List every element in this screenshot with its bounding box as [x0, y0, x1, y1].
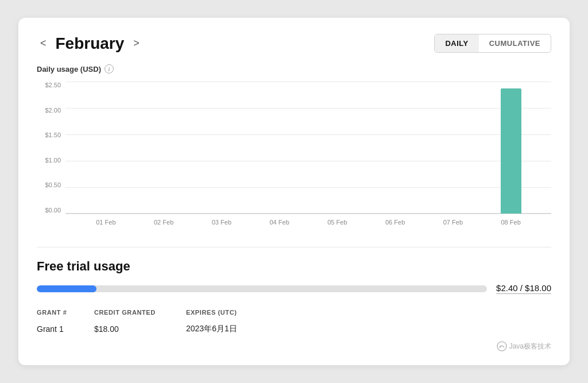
daily-toggle-button[interactable]: DAILY: [435, 34, 478, 52]
header: < February > DAILY CUMULATIVE: [37, 34, 551, 53]
divider: [37, 247, 551, 247]
y-axis-label: $1.50: [45, 131, 61, 138]
cumulative-toggle-button[interactable]: CUMULATIVE: [479, 34, 551, 52]
y-axis-label: $2.00: [45, 107, 61, 114]
bar-group: [482, 82, 540, 214]
x-label-group: 07 Feb: [424, 214, 482, 231]
x-axis-label: 03 Feb: [212, 219, 231, 226]
chart-section: Daily usage (USD) i $2.50$2.00$1.50$1.00…: [37, 64, 551, 231]
x-label-group: 03 Feb: [193, 214, 251, 231]
main-card: < February > DAILY CUMULATIVE Daily usag…: [18, 18, 570, 365]
svg-point-0: [497, 342, 506, 351]
x-axis-label: 01 Feb: [96, 219, 115, 226]
header-left: < February >: [37, 34, 143, 53]
info-icon[interactable]: i: [105, 64, 114, 73]
table-cell: $18.00: [94, 320, 186, 338]
y-axis-label: $0.50: [45, 181, 61, 188]
watermark: Java极客技术: [497, 341, 551, 351]
x-label-group: 06 Feb: [366, 214, 424, 231]
progress-label: $2.40 / $18.00: [496, 283, 551, 294]
x-axis-label: 04 Feb: [270, 219, 289, 226]
prev-month-button[interactable]: <: [37, 35, 50, 52]
x-axis-label: 02 Feb: [154, 219, 173, 226]
svg-point-1: [499, 346, 501, 348]
x-axis-label: 08 Feb: [501, 219, 521, 226]
x-label-group: 01 Feb: [77, 214, 135, 231]
y-axis-label: $1.00: [45, 157, 61, 164]
col-expires: EXPIRES (UTC): [186, 305, 551, 320]
table-row: Grant 1$18.002023年6月1日: [37, 320, 551, 338]
usage-table: GRANT # CREDIT GRANTED EXPIRES (UTC) Gra…: [37, 305, 551, 338]
bars-container: [65, 82, 551, 214]
free-trial-section: Free trial usage $2.40 / $18.00 GRANT # …: [37, 259, 551, 338]
x-label-group: 05 Feb: [308, 214, 366, 231]
next-month-button[interactable]: >: [130, 35, 143, 52]
bar-group: [250, 82, 308, 214]
bar-group: [366, 82, 424, 214]
chart-bar: [501, 88, 521, 214]
progress-bar-background: [37, 285, 487, 292]
bar-group: [193, 82, 251, 214]
free-trial-title: Free trial usage: [37, 259, 551, 274]
view-toggle: DAILY CUMULATIVE: [434, 34, 551, 53]
x-label-group: 08 Feb: [482, 214, 540, 231]
table-cell: 2023年6月1日: [186, 320, 551, 338]
bar-group: [77, 82, 135, 214]
bar-group: [135, 82, 193, 214]
progress-row: $2.40 / $18.00: [37, 283, 551, 294]
x-label-group: 02 Feb: [135, 214, 193, 231]
col-credit: CREDIT GRANTED: [94, 305, 186, 320]
watermark-icon: [497, 341, 507, 351]
x-axis: 01 Feb02 Feb03 Feb04 Feb05 Feb06 Feb07 F…: [65, 214, 551, 231]
x-axis-label: 05 Feb: [327, 219, 347, 226]
x-axis-label: 07 Feb: [443, 219, 463, 226]
table-cell: Grant 1: [37, 320, 94, 338]
bar-group: [424, 82, 482, 214]
progress-bar-fill: [37, 285, 96, 292]
bar-group: [308, 82, 366, 214]
x-label-group: 04 Feb: [250, 214, 308, 231]
y-axis-label: $0.00: [45, 207, 61, 214]
chart-wrapper: $2.50$2.00$1.50$1.00$0.50$0.00 01 Feb02 …: [37, 82, 551, 231]
y-axis-label: $2.50: [45, 82, 61, 88]
month-title: February: [56, 34, 125, 53]
x-axis-label: 06 Feb: [385, 219, 405, 226]
y-axis: $2.50$2.00$1.50$1.00$0.50$0.00: [37, 82, 65, 214]
col-grant: GRANT #: [37, 305, 94, 320]
chart-section-label: Daily usage (USD) i: [37, 64, 551, 73]
table-header-row: GRANT # CREDIT GRANTED EXPIRES (UTC): [37, 305, 551, 320]
